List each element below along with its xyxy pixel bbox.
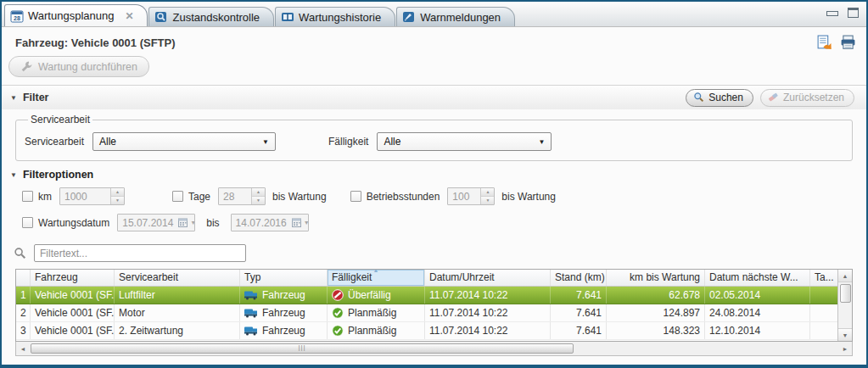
spinner-up-icon[interactable]: ▲ <box>481 188 494 196</box>
spinner-value: 28 <box>219 191 251 203</box>
ok-icon <box>332 325 344 337</box>
cell-km-bis-wartung: 148.323 <box>607 322 705 339</box>
bis-label: bis <box>206 217 219 229</box>
wartungsdatum-checkbox[interactable] <box>22 217 33 228</box>
wartung-durchfuehren-button[interactable]: Wartung durchführen <box>8 56 149 77</box>
overdue-icon <box>332 289 344 301</box>
column-header-datum-naechste[interactable]: Datum nächste W... <box>705 270 810 286</box>
filter-options-row-1: km 1000 ▲▼ Tage 28 ▲▼ bis Wartung Betrie… <box>22 187 866 205</box>
column-header-datum-uhrzeit[interactable]: Datum/Uhrzeit <box>425 270 551 286</box>
scroll-right-icon[interactable]: ► <box>840 346 850 352</box>
horizontal-scrollbar[interactable]: ◄ ► <box>15 342 853 356</box>
tage-checkbox[interactable] <box>172 191 183 202</box>
spinner-value: 100 <box>448 191 480 203</box>
table-row[interactable]: 3 Vehicle 0001 (SF... 2. Zeitwartung Fah… <box>16 322 837 340</box>
vertical-scrollbar-thumb[interactable] <box>840 284 851 303</box>
chevron-down-icon[interactable]: ▼ <box>190 220 195 226</box>
maximize-icon[interactable] <box>848 8 859 18</box>
cell-stand-km: 7.641 <box>551 287 607 304</box>
column-header-fahrzeug[interactable]: Fahrzeug <box>31 270 115 286</box>
betriebsstunden-checkbox[interactable] <box>350 191 361 202</box>
cell-datum-uhrzeit: 11.07.2014 10:22 <box>425 287 551 304</box>
filter-title[interactable]: ▼ Filter <box>10 92 48 103</box>
column-header-stand-km[interactable]: Stand (km) <box>551 270 607 286</box>
faelligkeit-dropdown[interactable]: Alle ▼ <box>377 132 552 151</box>
header-actions <box>816 35 856 50</box>
view-header: Fahrzeug: Vehicle 0001 (SFTP) <box>2 27 866 52</box>
column-label: Fälligkeit <box>332 271 372 283</box>
tab-zustandskontrolle[interactable]: Zustandskontrolle <box>148 7 274 26</box>
km-checkbox[interactable] <box>22 191 33 202</box>
sort-ascending-icon: ▲ <box>373 270 379 273</box>
scroll-left-icon[interactable]: ◄ <box>18 346 28 352</box>
filteroptionen-header[interactable]: ▼ Filteroptionen <box>10 169 866 181</box>
megaphone-icon <box>402 10 416 24</box>
tab-label: Wartungsplanung <box>28 9 114 22</box>
cell-fahrzeug: Vehicle 0001 (SF... <box>31 322 115 339</box>
tab-wartungshistorie[interactable]: Wartungshistorie <box>275 7 395 26</box>
scroll-up-icon[interactable]: ▲ <box>838 270 852 282</box>
filtertext-row <box>14 244 866 262</box>
date-to-field[interactable]: 14.07.2016 ▼ <box>231 214 309 231</box>
betriebsstunden-label: Betriebsstunden <box>367 191 440 203</box>
wartungsplanung-window: 28 Wartungsplanung ✕ Zustandskontrolle W… <box>0 0 868 368</box>
calendar-icon <box>292 218 301 227</box>
spinner-down-icon[interactable]: ▼ <box>481 196 494 204</box>
spinner-buttons: ▲▼ <box>251 188 265 204</box>
servicearbeit-dropdown[interactable]: Alle ▼ <box>92 132 276 151</box>
toolbar: Wartung durchführen <box>2 52 866 85</box>
cell-km-bis-wartung: 62.678 <box>607 287 705 304</box>
vehicle-icon <box>244 326 258 336</box>
tage-spinner[interactable]: 28 ▲▼ <box>218 187 266 205</box>
table-row[interactable]: 1 Vehicle 0001 (SF... Luftfilter Fahrzeu… <box>16 287 837 304</box>
spinner-down-icon[interactable]: ▼ <box>252 196 265 204</box>
filter-options-row-2: Wartungsdatum 15.07.2014 ▼ bis 14.07.201… <box>22 214 866 231</box>
minimize-icon[interactable] <box>826 11 838 16</box>
betriebsstunden-spinner[interactable]: 100 ▲▼ <box>447 187 495 205</box>
horizontal-scrollbar-thumb[interactable] <box>31 343 574 354</box>
tab-wartungsplanung[interactable]: 28 Wartungsplanung ✕ <box>4 4 148 26</box>
svg-text:28: 28 <box>14 14 20 20</box>
button-label: Wartung durchführen <box>38 61 137 73</box>
close-icon[interactable]: ✕ <box>125 10 133 22</box>
column-header-km-bis-wartung[interactable]: km bis Wartung <box>607 270 705 286</box>
tab-label: Wartungshistorie <box>299 11 381 24</box>
spinner-down-icon[interactable]: ▼ <box>111 196 124 204</box>
km-spinner[interactable]: 1000 ▲▼ <box>59 187 125 205</box>
print-icon[interactable] <box>840 35 856 50</box>
tab-label: Zustandskontrolle <box>172 11 260 24</box>
cell-faelligkeit-label: Überfällig <box>348 287 391 304</box>
scroll-down-icon[interactable]: ▼ <box>838 328 852 341</box>
filter-buttons: Suchen Zurücksetzen <box>686 89 854 107</box>
vertical-scrollbar[interactable]: ▲ ▼ <box>837 270 852 341</box>
zuruecksetzen-button[interactable]: Zurücksetzen <box>760 89 854 107</box>
cell-servicearbeit: 2. Zeitwartung <box>115 322 240 339</box>
spinner-up-icon[interactable]: ▲ <box>111 188 124 196</box>
cell-faelligkeit-label: Planmäßig <box>348 304 396 321</box>
tage-label: Tage <box>188 191 210 203</box>
cell-datum-uhrzeit: 11.07.2014 10:22 <box>425 304 551 321</box>
tab-label: Warnmeldungen <box>420 11 501 24</box>
page-title: Fahrzeug: Vehicle 0001 (SFTP) <box>15 36 176 49</box>
date-from-field[interactable]: 15.07.2014 ▼ <box>117 214 195 231</box>
servicearbeit-label: Servicearbeit <box>25 136 84 148</box>
column-header-servicearbeit[interactable]: Servicearbeit <box>115 270 240 286</box>
cell-servicearbeit: Motor <box>115 304 240 321</box>
eraser-icon <box>768 92 779 103</box>
filtertext-input[interactable] <box>34 244 246 262</box>
tab-warnmeldungen[interactable]: Warnmeldungen <box>396 7 515 26</box>
cell-faelligkeit: Planmäßig <box>328 304 425 321</box>
table-row[interactable]: 2 Vehicle 0001 (SF... Motor Fahrzeug Pla… <box>16 304 837 322</box>
column-header-faelligkeit[interactable]: ▲Fälligkeit <box>328 270 425 286</box>
row-number: 1 <box>16 287 31 304</box>
search-icon <box>14 247 26 259</box>
cell-faelligkeit: Überfällig <box>328 287 425 304</box>
spinner-up-icon[interactable]: ▲ <box>252 188 265 196</box>
chevron-down-icon: ▼ <box>10 94 17 102</box>
suchen-button[interactable]: Suchen <box>686 89 753 107</box>
chevron-down-icon[interactable]: ▼ <box>304 220 309 226</box>
export-icon[interactable] <box>816 35 832 50</box>
column-header-tag[interactable]: Ta... <box>810 270 837 286</box>
column-header-typ[interactable]: Typ <box>240 270 328 286</box>
filteroptionen-label: Filteroptionen <box>23 169 93 181</box>
